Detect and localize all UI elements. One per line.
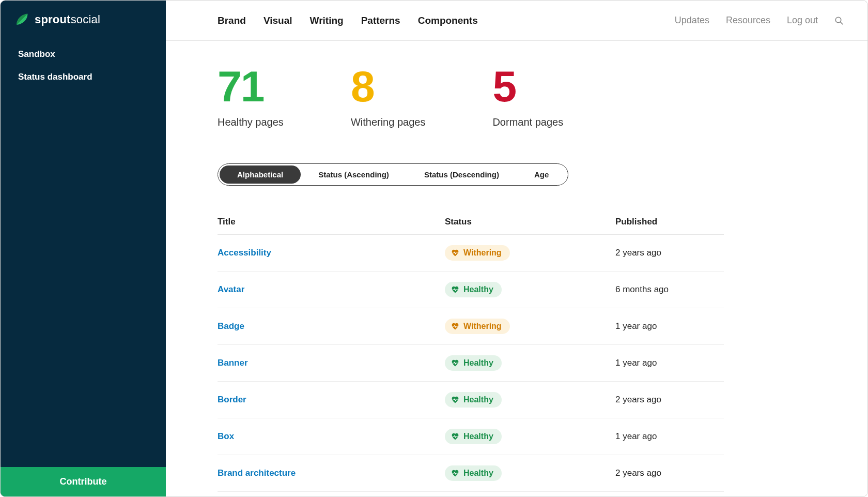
- row-status-cell: Healthy: [445, 392, 615, 408]
- stat-value: 8: [351, 65, 426, 108]
- row-published: 1 year ago: [615, 321, 724, 332]
- stat-block: 71Healthy pages: [218, 65, 284, 128]
- heart-pulse-icon: [451, 359, 459, 367]
- status-badge: Withering: [445, 245, 510, 261]
- nav-secondary-link[interactable]: Log out: [787, 15, 818, 26]
- topbar: BrandVisualWritingPatternsComponents Upd…: [166, 1, 867, 41]
- table-row: Brand beliefHealthy2 years ago: [218, 492, 724, 496]
- nav-primary-link[interactable]: Brand: [218, 15, 246, 26]
- status-badge-label: Healthy: [463, 469, 493, 478]
- stat-label: Healthy pages: [218, 116, 284, 128]
- contribute-button[interactable]: Contribute: [1, 467, 166, 496]
- heart-pulse-icon: [451, 249, 459, 257]
- brand-logo[interactable]: sproutsocial: [1, 1, 166, 41]
- nav-primary-link[interactable]: Writing: [310, 15, 344, 26]
- sort-option[interactable]: Alphabetical: [220, 165, 301, 184]
- pages-table: Title Status Published AccessibilityWith…: [218, 209, 724, 496]
- nav-primary-link[interactable]: Patterns: [361, 15, 400, 26]
- primary-nav: BrandVisualWritingPatternsComponents: [218, 15, 478, 26]
- status-badge: Healthy: [445, 429, 502, 444]
- row-status-cell: Healthy: [445, 465, 615, 481]
- heart-pulse-icon: [451, 396, 459, 403]
- status-badge-label: Healthy: [463, 432, 493, 441]
- sidebar-nav: SandboxStatus dashboard: [1, 41, 166, 91]
- sidebar: sproutsocial SandboxStatus dashboard Con…: [1, 1, 166, 496]
- table-row: BorderHealthy2 years ago: [218, 382, 724, 418]
- row-title-link[interactable]: Border: [218, 395, 445, 405]
- table-row: AccessibilityWithering2 years ago: [218, 235, 724, 272]
- table-row: BoxHealthy1 year ago: [218, 418, 724, 455]
- row-published: 2 years ago: [615, 248, 724, 258]
- header-title: Title: [218, 217, 445, 227]
- status-badge: Healthy: [445, 282, 502, 297]
- status-badge-label: Healthy: [463, 285, 493, 294]
- secondary-nav: UpdatesResourcesLog out: [675, 15, 844, 26]
- sort-segmented-control: AlphabeticalStatus (Ascending)Status (De…: [218, 163, 568, 186]
- search-icon[interactable]: [834, 16, 844, 25]
- stat-value: 5: [492, 65, 563, 108]
- stat-block: 5Dormant pages: [492, 65, 563, 128]
- row-published: 2 years ago: [615, 468, 724, 478]
- header-status: Status: [445, 217, 615, 227]
- row-status-cell: Withering: [445, 245, 615, 261]
- table-header: Title Status Published: [218, 209, 724, 235]
- row-status-cell: Healthy: [445, 355, 615, 371]
- nav-primary-link[interactable]: Components: [418, 15, 478, 26]
- status-badge: Healthy: [445, 392, 502, 408]
- leaf-icon: [15, 13, 28, 26]
- stats-row: 71Healthy pages8Withering pages5Dormant …: [218, 65, 816, 128]
- stat-label: Withering pages: [351, 116, 426, 128]
- row-title-link[interactable]: Badge: [218, 321, 445, 332]
- stat-label: Dormant pages: [492, 116, 563, 128]
- table-row: Brand architectureHealthy2 years ago: [218, 455, 724, 492]
- row-status-cell: Healthy: [445, 282, 615, 297]
- row-title-link[interactable]: Brand architecture: [218, 468, 445, 478]
- sort-option[interactable]: Status (Ascending): [301, 165, 407, 184]
- row-published: 6 months ago: [615, 284, 724, 295]
- heart-pulse-icon: [451, 286, 459, 293]
- row-title-link[interactable]: Banner: [218, 358, 445, 368]
- status-badge-label: Healthy: [463, 358, 493, 368]
- heart-pulse-icon: [451, 433, 459, 440]
- row-title-link[interactable]: Avatar: [218, 284, 445, 295]
- table-row: BadgeWithering1 year ago: [218, 308, 724, 345]
- sort-option[interactable]: Age: [517, 165, 566, 184]
- row-status-cell: Healthy: [445, 429, 615, 444]
- header-published: Published: [615, 217, 724, 227]
- row-published: 1 year ago: [615, 431, 724, 442]
- status-badge: Healthy: [445, 355, 502, 371]
- row-published: 2 years ago: [615, 395, 724, 405]
- table-row: BannerHealthy1 year ago: [218, 345, 724, 382]
- status-badge-label: Withering: [463, 248, 502, 258]
- nav-primary-link[interactable]: Visual: [264, 15, 292, 26]
- brand-text: sproutsocial: [35, 13, 100, 26]
- main-content: 71Healthy pages8Withering pages5Dormant …: [166, 41, 867, 496]
- status-badge: Withering: [445, 319, 510, 334]
- status-badge-label: Healthy: [463, 395, 493, 404]
- table-row: AvatarHealthy6 months ago: [218, 272, 724, 308]
- nav-secondary-link[interactable]: Resources: [726, 15, 770, 26]
- stat-block: 8Withering pages: [351, 65, 426, 128]
- row-title-link[interactable]: Box: [218, 431, 445, 442]
- heart-pulse-icon: [451, 470, 459, 477]
- row-status-cell: Withering: [445, 319, 615, 334]
- sidebar-item[interactable]: Status dashboard: [7, 66, 160, 88]
- sidebar-item[interactable]: Sandbox: [7, 43, 160, 66]
- heart-pulse-icon: [451, 323, 459, 330]
- row-title-link[interactable]: Accessibility: [218, 248, 445, 258]
- row-published: 1 year ago: [615, 358, 724, 368]
- sort-option[interactable]: Status (Descending): [407, 165, 517, 184]
- status-badge: Healthy: [445, 465, 502, 481]
- stat-value: 71: [218, 65, 284, 108]
- status-badge-label: Withering: [463, 322, 502, 331]
- nav-secondary-link[interactable]: Updates: [675, 15, 709, 26]
- svg-line-1: [841, 22, 843, 24]
